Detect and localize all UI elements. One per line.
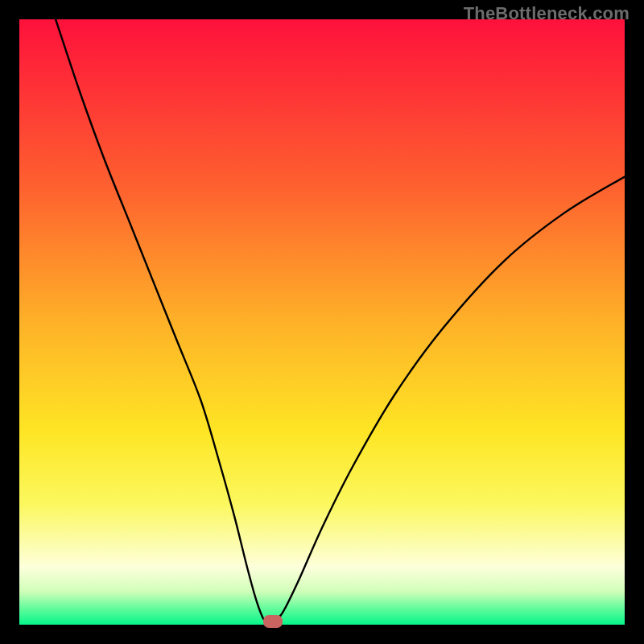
optimal-marker xyxy=(263,615,283,628)
bottleneck-plot xyxy=(19,19,625,625)
chart-frame: TheBottleneck.com xyxy=(0,0,644,644)
gradient-background xyxy=(19,19,625,625)
